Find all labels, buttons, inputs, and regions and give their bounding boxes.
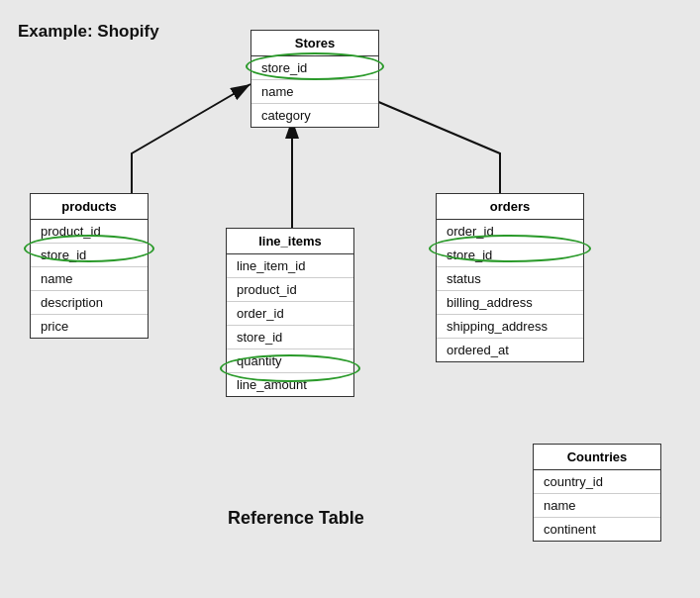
reference-label: Reference Table bbox=[228, 508, 364, 529]
countries-header: Countries bbox=[534, 445, 660, 470]
countries-row-name: name bbox=[534, 494, 660, 518]
orders-row-shipping: shipping_address bbox=[437, 315, 583, 339]
products-header: products bbox=[31, 194, 148, 220]
example-label: Example: Shopify bbox=[18, 22, 159, 42]
line-items-row-store-id: store_id bbox=[227, 326, 353, 349]
line-items-row-line-amount: line_amount bbox=[227, 373, 353, 396]
products-row-description: description bbox=[31, 291, 148, 315]
products-row-name: name bbox=[31, 267, 148, 291]
orders-table: orders order_id store_id status billing_… bbox=[436, 193, 584, 362]
products-row-price: price bbox=[31, 315, 148, 338]
orders-row-order-id: order_id bbox=[437, 220, 583, 244]
line-items-header: line_items bbox=[227, 229, 353, 254]
countries-row-country-id: country_id bbox=[534, 470, 660, 494]
products-row-store-id: store_id bbox=[31, 244, 148, 267]
stores-row-store-id: store_id bbox=[251, 56, 378, 80]
orders-header: orders bbox=[437, 194, 583, 220]
products-row-product-id: product_id bbox=[31, 220, 148, 244]
stores-table: Stores store_id name category bbox=[250, 30, 379, 128]
line-items-row-order-id: order_id bbox=[227, 302, 353, 326]
orders-row-billing: billing_address bbox=[437, 291, 583, 315]
line-items-row-line-item-id: line_item_id bbox=[227, 254, 353, 278]
orders-row-store-id: store_id bbox=[437, 244, 583, 267]
diagram-container: Example: Shopify Stores store_id name ca… bbox=[0, 0, 700, 598]
stores-row-name: name bbox=[251, 80, 378, 104]
stores-header: Stores bbox=[251, 31, 378, 56]
orders-row-status: status bbox=[437, 267, 583, 291]
line-items-row-quantity: quantity bbox=[227, 349, 353, 373]
line-items-row-product-id: product_id bbox=[227, 278, 353, 302]
stores-row-category: category bbox=[251, 104, 378, 127]
line-items-table: line_items line_item_id product_id order… bbox=[226, 228, 354, 397]
products-table: products product_id store_id name descri… bbox=[30, 193, 149, 339]
countries-row-continent: continent bbox=[534, 518, 660, 541]
countries-table: Countries country_id name continent bbox=[533, 444, 661, 542]
orders-row-ordered-at: ordered_at bbox=[437, 339, 583, 361]
